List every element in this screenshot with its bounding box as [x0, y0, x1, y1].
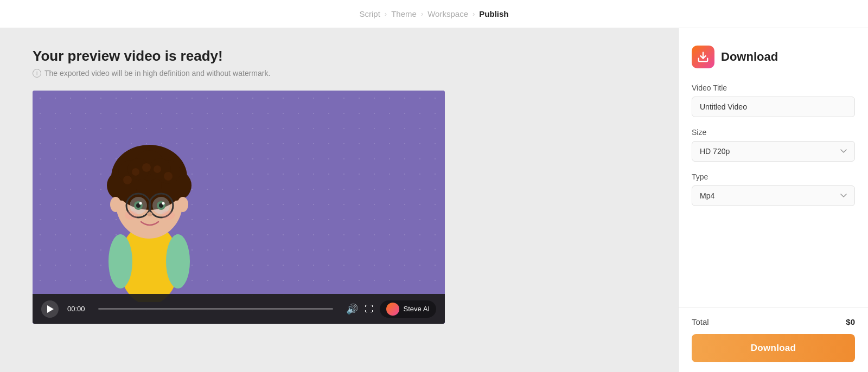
type-group: Type Mp4 WebM Gif: [692, 172, 855, 206]
svg-point-1: [108, 234, 132, 288]
download-button[interactable]: Download: [692, 334, 855, 362]
svg-point-2: [166, 234, 190, 288]
video-title-group: Video Title: [692, 84, 855, 117]
svg-point-15: [142, 163, 151, 172]
type-label: Type: [692, 172, 855, 181]
chevron-3-icon: ›: [473, 10, 475, 18]
watermark-badge: Steve AI: [380, 300, 436, 318]
controls-right: 🔊 ⛶ Steve AI: [346, 300, 436, 318]
svg-point-30: [125, 211, 138, 220]
main-layout: Your preview video is ready! i The expor…: [0, 28, 868, 372]
time-display: 00:00: [67, 305, 85, 313]
preview-subtitle-text: The exported video will be in high defin…: [44, 69, 270, 78]
chevron-2-icon: ›: [421, 10, 423, 18]
svg-point-28: [162, 202, 165, 205]
svg-point-33: [177, 197, 188, 212]
size-select[interactable]: HD 720p Full HD 1080p 4K: [692, 141, 855, 162]
watermark-avatar: [386, 303, 399, 316]
preview-subtitle: i The exported video will be in high def…: [33, 69, 646, 78]
top-nav: Script › Theme › Workspace › Publish: [0, 0, 868, 28]
sidebar-bottom: Total $0 Download: [679, 307, 868, 372]
svg-point-16: [154, 165, 161, 173]
svg-point-27: [139, 202, 142, 205]
nav-step-script[interactable]: Script: [360, 9, 380, 18]
download-icon-wrap: [692, 46, 714, 68]
info-icon: i: [33, 69, 41, 78]
watermark-text: Steve AI: [404, 305, 430, 313]
nav-step-publish[interactable]: Publish: [479, 9, 508, 18]
video-title-label: Video Title: [692, 84, 855, 92]
volume-icon[interactable]: 🔊: [346, 303, 358, 315]
right-sidebar: Download Video Title Size HD 720p Full H…: [678, 28, 868, 372]
theme-label: Theme: [391, 9, 417, 18]
preview-title: Your preview video is ready!: [33, 48, 646, 65]
video-controls-bar: 00:00 🔊 ⛶ Steve AI: [33, 294, 445, 324]
content-area: Your preview video is ready! i The expor…: [0, 28, 678, 372]
sidebar-top: Download Video Title Size HD 720p Full H…: [679, 28, 868, 307]
svg-point-29: [147, 212, 152, 216]
chevron-1-icon: ›: [385, 10, 387, 18]
download-icon: [697, 51, 709, 63]
play-button[interactable]: [41, 300, 59, 318]
sidebar-title: Download: [721, 50, 778, 64]
nav-step-workspace[interactable]: Workspace: [427, 9, 468, 18]
svg-point-17: [164, 172, 173, 181]
total-row: Total $0: [692, 317, 855, 326]
type-select[interactable]: Mp4 WebM Gif: [692, 185, 855, 206]
publish-label: Publish: [479, 9, 508, 18]
total-label: Total: [692, 317, 709, 326]
svg-point-13: [123, 176, 132, 184]
sidebar-header: Download: [692, 46, 855, 68]
svg-point-14: [132, 168, 139, 176]
svg-point-32: [110, 197, 121, 212]
total-value: $0: [846, 317, 855, 326]
workspace-label: Workspace: [427, 9, 468, 18]
size-group: Size HD 720p Full HD 1080p 4K: [692, 128, 855, 162]
progress-bar[interactable]: [98, 308, 333, 310]
video-background: [33, 91, 445, 324]
video-title-input[interactable]: [692, 97, 855, 117]
play-icon: [47, 305, 54, 313]
size-label: Size: [692, 128, 855, 137]
svg-point-31: [162, 211, 175, 220]
character-illustration: [87, 107, 212, 291]
script-label: Script: [360, 9, 380, 18]
nav-step-theme[interactable]: Theme: [391, 9, 417, 18]
fullscreen-icon[interactable]: ⛶: [365, 304, 373, 314]
video-player: 00:00 🔊 ⛶ Steve AI: [33, 91, 445, 324]
